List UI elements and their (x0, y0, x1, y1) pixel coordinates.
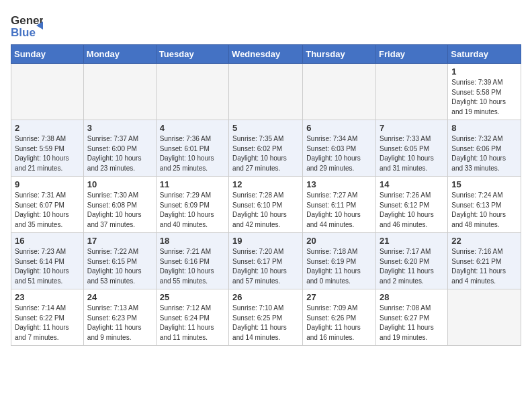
weekday-header-sunday: Sunday (11, 45, 84, 64)
calendar-cell: 17Sunrise: 7:22 AM Sunset: 6:15 PM Dayli… (83, 233, 156, 289)
day-info: Sunrise: 7:10 AM Sunset: 6:25 PM Dayligh… (232, 304, 299, 342)
day-info: Sunrise: 7:30 AM Sunset: 6:08 PM Dayligh… (87, 191, 152, 230)
day-number: 22 (451, 236, 517, 246)
calendar-body: 1Sunrise: 7:39 AM Sunset: 5:58 PM Daylig… (11, 64, 521, 346)
weekday-header-row: SundayMondayTuesdayWednesdayThursdayFrid… (11, 45, 521, 64)
weekday-header-monday: Monday (83, 45, 156, 64)
calendar-cell: 16Sunrise: 7:23 AM Sunset: 6:14 PM Dayli… (11, 233, 84, 289)
calendar-cell: 12Sunrise: 7:28 AM Sunset: 6:10 PM Dayli… (229, 177, 303, 233)
calendar-cell: 1Sunrise: 7:39 AM Sunset: 5:58 PM Daylig… (448, 64, 521, 120)
calendar-cell: 9Sunrise: 7:31 AM Sunset: 6:07 PM Daylig… (11, 177, 84, 233)
calendar-cell (303, 64, 376, 120)
day-number: 2 (15, 123, 80, 133)
weekday-header-saturday: Saturday (448, 45, 521, 64)
day-info: Sunrise: 7:13 AM Sunset: 6:23 PM Dayligh… (87, 304, 152, 342)
weekday-header-thursday: Thursday (303, 45, 376, 64)
day-number: 28 (380, 292, 444, 302)
calendar-cell: 26Sunrise: 7:10 AM Sunset: 6:25 PM Dayli… (229, 289, 303, 346)
calendar-cell: 15Sunrise: 7:24 AM Sunset: 6:13 PM Dayli… (448, 177, 521, 233)
day-number: 13 (306, 179, 372, 189)
day-info: Sunrise: 7:20 AM Sunset: 6:17 PM Dayligh… (232, 247, 299, 286)
calendar-cell: 11Sunrise: 7:29 AM Sunset: 6:09 PM Dayli… (156, 177, 228, 233)
calendar-cell: 3Sunrise: 7:37 AM Sunset: 6:00 PM Daylig… (83, 120, 156, 177)
day-info: Sunrise: 7:33 AM Sunset: 6:05 PM Dayligh… (380, 134, 444, 173)
calendar-week-4: 16Sunrise: 7:23 AM Sunset: 6:14 PM Dayli… (11, 233, 521, 289)
calendar-cell (448, 289, 521, 346)
day-number: 11 (160, 179, 225, 189)
calendar-cell: 5Sunrise: 7:35 AM Sunset: 6:02 PM Daylig… (229, 120, 303, 177)
page-header: General Blue (11, 11, 521, 42)
day-info: Sunrise: 7:22 AM Sunset: 6:15 PM Dayligh… (87, 247, 152, 286)
calendar-cell: 10Sunrise: 7:30 AM Sunset: 6:08 PM Dayli… (83, 177, 156, 233)
calendar-cell: 2Sunrise: 7:38 AM Sunset: 5:59 PM Daylig… (11, 120, 84, 177)
calendar-cell: 19Sunrise: 7:20 AM Sunset: 6:17 PM Dayli… (229, 233, 303, 289)
calendar-week-3: 9Sunrise: 7:31 AM Sunset: 6:07 PM Daylig… (11, 177, 521, 233)
day-number: 19 (232, 236, 299, 246)
day-info: Sunrise: 7:27 AM Sunset: 6:11 PM Dayligh… (306, 191, 372, 230)
day-info: Sunrise: 7:14 AM Sunset: 6:22 PM Dayligh… (15, 304, 80, 342)
day-info: Sunrise: 7:23 AM Sunset: 6:14 PM Dayligh… (15, 247, 80, 286)
logo: General Blue (11, 11, 43, 42)
day-number: 6 (306, 123, 372, 133)
day-number: 15 (451, 179, 517, 189)
calendar-cell: 24Sunrise: 7:13 AM Sunset: 6:23 PM Dayli… (83, 289, 156, 346)
svg-text:Blue: Blue (11, 26, 36, 39)
day-info: Sunrise: 7:24 AM Sunset: 6:13 PM Dayligh… (451, 191, 517, 230)
calendar-header: SundayMondayTuesdayWednesdayThursdayFrid… (11, 45, 521, 64)
day-number: 18 (160, 236, 225, 246)
calendar-cell: 22Sunrise: 7:16 AM Sunset: 6:21 PM Dayli… (448, 233, 521, 289)
calendar-cell (376, 64, 448, 120)
day-info: Sunrise: 7:28 AM Sunset: 6:10 PM Dayligh… (232, 191, 299, 230)
day-number: 8 (451, 123, 517, 133)
day-number: 25 (160, 292, 225, 302)
calendar-table: SundayMondayTuesdayWednesdayThursdayFrid… (11, 44, 521, 346)
day-number: 5 (232, 123, 299, 133)
day-info: Sunrise: 7:36 AM Sunset: 6:01 PM Dayligh… (160, 134, 225, 173)
calendar-cell: 8Sunrise: 7:32 AM Sunset: 6:06 PM Daylig… (448, 120, 521, 177)
calendar-cell (83, 64, 156, 120)
day-number: 7 (380, 123, 444, 133)
calendar-week-2: 2Sunrise: 7:38 AM Sunset: 5:59 PM Daylig… (11, 120, 521, 177)
calendar-cell (156, 64, 228, 120)
day-number: 14 (380, 179, 444, 189)
weekday-header-tuesday: Tuesday (156, 45, 228, 64)
logo-mark: General Blue (11, 11, 43, 42)
calendar-cell (229, 64, 303, 120)
day-number: 1 (451, 66, 517, 77)
calendar-cell: 20Sunrise: 7:18 AM Sunset: 6:19 PM Dayli… (303, 233, 376, 289)
day-number: 23 (15, 292, 80, 302)
day-number: 21 (380, 236, 444, 246)
day-number: 9 (15, 179, 80, 189)
calendar-week-5: 23Sunrise: 7:14 AM Sunset: 6:22 PM Dayli… (11, 289, 521, 346)
day-number: 3 (87, 123, 152, 133)
day-info: Sunrise: 7:32 AM Sunset: 6:06 PM Dayligh… (451, 134, 517, 173)
calendar-cell: 14Sunrise: 7:26 AM Sunset: 6:12 PM Dayli… (376, 177, 448, 233)
day-info: Sunrise: 7:09 AM Sunset: 6:26 PM Dayligh… (306, 304, 372, 342)
day-info: Sunrise: 7:17 AM Sunset: 6:20 PM Dayligh… (380, 247, 444, 286)
calendar-cell (11, 64, 84, 120)
day-info: Sunrise: 7:35 AM Sunset: 6:02 PM Dayligh… (232, 134, 299, 173)
calendar-cell: 4Sunrise: 7:36 AM Sunset: 6:01 PM Daylig… (156, 120, 228, 177)
day-number: 17 (87, 236, 152, 246)
calendar-cell: 6Sunrise: 7:34 AM Sunset: 6:03 PM Daylig… (303, 120, 376, 177)
day-info: Sunrise: 7:16 AM Sunset: 6:21 PM Dayligh… (451, 247, 517, 286)
day-info: Sunrise: 7:12 AM Sunset: 6:24 PM Dayligh… (160, 304, 225, 342)
day-info: Sunrise: 7:26 AM Sunset: 6:12 PM Dayligh… (380, 191, 444, 230)
day-number: 27 (306, 292, 372, 302)
weekday-header-wednesday: Wednesday (229, 45, 303, 64)
calendar-cell: 28Sunrise: 7:08 AM Sunset: 6:27 PM Dayli… (376, 289, 448, 346)
day-info: Sunrise: 7:21 AM Sunset: 6:16 PM Dayligh… (160, 247, 225, 286)
day-info: Sunrise: 7:39 AM Sunset: 5:58 PM Dayligh… (451, 78, 517, 117)
day-info: Sunrise: 7:38 AM Sunset: 5:59 PM Dayligh… (15, 134, 80, 173)
day-info: Sunrise: 7:29 AM Sunset: 6:09 PM Dayligh… (160, 191, 225, 230)
day-info: Sunrise: 7:08 AM Sunset: 6:27 PM Dayligh… (380, 304, 444, 342)
day-number: 26 (232, 292, 299, 302)
calendar-cell: 23Sunrise: 7:14 AM Sunset: 6:22 PM Dayli… (11, 289, 84, 346)
weekday-header-friday: Friday (376, 45, 448, 64)
day-info: Sunrise: 7:31 AM Sunset: 6:07 PM Dayligh… (15, 191, 80, 230)
day-number: 10 (87, 179, 152, 189)
calendar-cell: 18Sunrise: 7:21 AM Sunset: 6:16 PM Dayli… (156, 233, 228, 289)
calendar-cell: 27Sunrise: 7:09 AM Sunset: 6:26 PM Dayli… (303, 289, 376, 346)
day-number: 24 (87, 292, 152, 302)
calendar-cell: 7Sunrise: 7:33 AM Sunset: 6:05 PM Daylig… (376, 120, 448, 177)
